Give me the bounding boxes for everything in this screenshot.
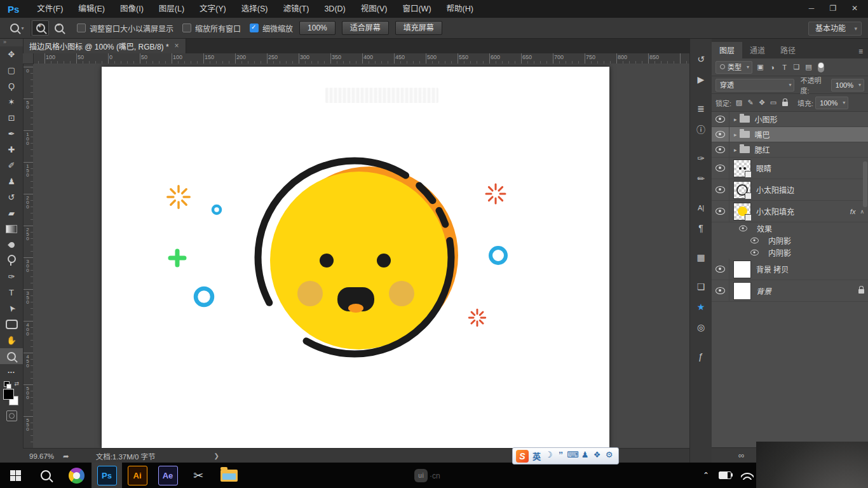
blend-mode-dropdown[interactable]: 穿透 xyxy=(715,79,794,92)
quick-mask-icon[interactable] xyxy=(6,410,17,421)
tab-layers[interactable]: 图层 xyxy=(712,42,742,58)
clone-stamp-tool[interactable]: ♟ xyxy=(0,173,23,189)
visibility-toggle[interactable] xyxy=(712,280,729,301)
layer-row-layer[interactable]: 小太阳填充fx∧ xyxy=(712,201,868,222)
layer-name[interactable]: 眼睛 xyxy=(756,163,771,173)
shape-tool[interactable] xyxy=(0,316,23,332)
lock-all-icon[interactable] xyxy=(779,98,790,107)
layer-comps-panel-icon[interactable]: ❏ xyxy=(692,278,710,294)
zoom-in-button[interactable] xyxy=(32,20,49,36)
close-button[interactable]: ✕ xyxy=(844,0,865,17)
layer-row-group[interactable]: ▸嘴巴 xyxy=(712,127,868,142)
character-panel-icon[interactable]: A| xyxy=(692,200,710,215)
layer-name[interactable]: 小图形 xyxy=(755,114,778,125)
lasso-tool[interactable]: Ϙ xyxy=(0,78,23,94)
menu-item[interactable]: 编辑(E) xyxy=(71,0,112,18)
menu-item[interactable]: 文字(Y) xyxy=(192,0,234,18)
menu-item[interactable]: 视图(V) xyxy=(353,0,395,18)
taskbar-search-button[interactable] xyxy=(31,463,61,488)
paragraph-panel-icon[interactable]: ¶ xyxy=(692,220,710,236)
move-tool[interactable]: ✥ xyxy=(0,46,23,62)
share-icon[interactable]: ➦ xyxy=(63,452,69,461)
zoom-out-button[interactable] xyxy=(50,20,67,36)
status-expand-icon[interactable]: ❯ xyxy=(214,452,219,459)
chevron-right-icon[interactable]: ▸ xyxy=(734,147,737,153)
scrubby-zoom-checkbox[interactable] xyxy=(250,24,259,32)
layer-row-group[interactable]: ▸小图形 xyxy=(712,112,868,127)
browser-taskbar-icon[interactable] xyxy=(61,463,92,488)
visibility-toggle[interactable] xyxy=(712,112,729,126)
lock-transparency-icon[interactable]: ▨ xyxy=(733,98,745,107)
layer-row-layer[interactable]: 小太阳描边 xyxy=(712,179,868,201)
visibility-toggle[interactable] xyxy=(750,249,759,256)
battery-icon[interactable] xyxy=(719,471,731,479)
soft-keyboard-icon[interactable]: ⌨ xyxy=(567,450,579,462)
photoshop-taskbar-icon[interactable]: Ps xyxy=(92,463,122,488)
tab-paths[interactable]: 路径 xyxy=(773,42,803,58)
layers-scrollbar[interactable] xyxy=(863,161,867,207)
member-icon[interactable]: ♟ xyxy=(579,450,591,462)
skin-icon[interactable]: ❖ xyxy=(591,450,603,462)
default-colors-icon[interactable] xyxy=(4,381,10,387)
menu-item[interactable]: 图像(I) xyxy=(112,0,151,18)
visibility-toggle[interactable] xyxy=(712,158,729,179)
canvas-area[interactable] xyxy=(33,64,689,448)
fit-screen-button[interactable]: 适合屏幕 xyxy=(342,21,389,35)
gradient-tool[interactable] xyxy=(0,221,23,237)
visibility-toggle[interactable] xyxy=(712,127,729,142)
layer-name[interactable]: 小太阳填充 xyxy=(756,206,794,217)
foreground-color-swatch[interactable] xyxy=(3,389,14,400)
lock-paint-icon[interactable]: ✎ xyxy=(745,98,756,107)
visibility-toggle[interactable] xyxy=(712,201,729,222)
dodge-tool[interactable] xyxy=(0,253,23,269)
layer-row-effect[interactable]: 内阴影 xyxy=(712,247,868,259)
aftereffects-taskbar-icon[interactable]: Ae xyxy=(153,463,183,488)
pattern-preview-panel-icon[interactable]: ▦ xyxy=(692,249,710,265)
layer-name[interactable]: 内阴影 xyxy=(768,247,791,258)
file-explorer-taskbar-icon[interactable] xyxy=(214,463,244,488)
layer-thumbnail[interactable] xyxy=(733,203,751,220)
layer-row-layer[interactable]: 眼睛 xyxy=(712,158,868,179)
actions-panel-icon[interactable]: ▶ xyxy=(692,71,710,87)
workspace-switcher[interactable]: 基本功能 xyxy=(808,22,862,36)
menu-item[interactable]: 窗口(W) xyxy=(395,0,438,18)
menu-item[interactable]: 滤镜(T) xyxy=(275,0,316,18)
path-selection-tool[interactable]: ➤ xyxy=(0,301,23,316)
filter-adjustment-icon[interactable]: ◑ xyxy=(766,62,778,73)
zoom-tool[interactable] xyxy=(0,348,23,364)
swap-colors-icon[interactable]: ⇄ xyxy=(14,381,19,387)
blur-tool[interactable] xyxy=(0,237,23,253)
fill-dropdown[interactable]: 100% xyxy=(815,97,848,109)
clone-source-panel-icon[interactable]: ◎ xyxy=(692,319,710,335)
cn-en-mode-icon[interactable]: 英 xyxy=(531,450,543,462)
layer-thumbnail[interactable] xyxy=(733,159,751,177)
lock-move-icon[interactable]: ✥ xyxy=(756,98,768,107)
current-tool-badge[interactable]: ▾ xyxy=(4,20,31,36)
styles-panel-icon[interactable]: ƒ xyxy=(692,348,710,364)
visibility-toggle[interactable] xyxy=(738,225,748,232)
properties-panel-icon[interactable]: ≣ xyxy=(692,100,710,116)
filter-type-dropdown[interactable]: 类型 xyxy=(715,61,752,74)
layer-name[interactable]: 腮红 xyxy=(755,144,770,155)
brush-presets-panel-icon[interactable]: ✑ xyxy=(692,150,710,166)
visibility-toggle[interactable] xyxy=(712,259,729,280)
layer-name[interactable]: 背景 xyxy=(756,285,771,296)
fill-screen-button[interactable]: 填充屏幕 xyxy=(395,21,442,35)
chevron-right-icon[interactable]: ▸ xyxy=(734,132,737,138)
healing-brush-tool[interactable]: ✚ xyxy=(0,142,23,158)
zoom-all-windows-checkbox[interactable] xyxy=(182,24,191,32)
pen-tool[interactable]: ✑ xyxy=(0,269,23,285)
tray-chevron-icon[interactable]: ⌃ xyxy=(703,471,709,480)
document-tab[interactable]: 描边风格小图标 @ 100% (嘴巴, RGB/8) * × xyxy=(23,38,186,53)
layer-name[interactable]: 内阴影 xyxy=(768,235,791,246)
crop-tool[interactable]: ⊡ xyxy=(0,110,23,126)
layer-name[interactable]: 背景 拷贝 xyxy=(756,264,789,274)
collapse-effects-icon[interactable]: ∧ xyxy=(860,208,864,215)
hand-tool[interactable]: ✋ xyxy=(0,332,23,348)
layer-row-effect[interactable]: 内阴影 xyxy=(712,234,868,247)
toolbar-collapse[interactable]: » xyxy=(0,38,23,46)
layer-name[interactable]: 效果 xyxy=(757,223,772,234)
layer-row-group[interactable]: ▸腮红 xyxy=(712,142,868,158)
type-tool[interactable]: T xyxy=(0,285,23,301)
chevron-right-icon[interactable]: ▸ xyxy=(734,116,737,123)
